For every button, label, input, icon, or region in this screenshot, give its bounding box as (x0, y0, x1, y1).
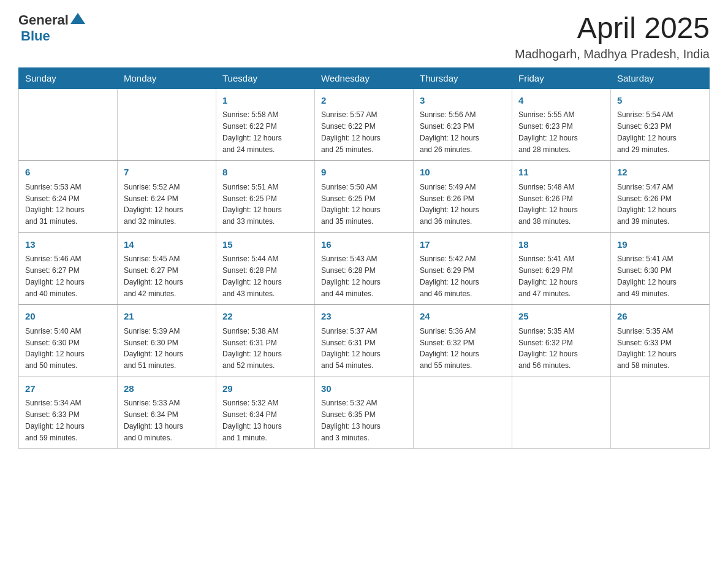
logo: General Blue (18, 12, 85, 44)
col-header-saturday: Saturday (611, 67, 710, 88)
day-info: Sunrise: 5:44 AM Sunset: 6:28 PM Dayligh… (222, 255, 282, 297)
week-row-2: 6Sunrise: 5:53 AM Sunset: 6:24 PM Daylig… (19, 161, 710, 233)
month-title: April 2025 (515, 12, 710, 45)
location-title: Madhogarh, Madhya Pradesh, India (515, 47, 710, 61)
day-info: Sunrise: 5:51 AM Sunset: 6:25 PM Dayligh… (222, 183, 282, 226)
day-number: 5 (617, 94, 703, 108)
col-header-tuesday: Tuesday (216, 67, 315, 88)
day-cell: 16Sunrise: 5:43 AM Sunset: 6:28 PM Dayli… (315, 232, 414, 305)
day-info: Sunrise: 5:45 AM Sunset: 6:27 PM Dayligh… (124, 255, 183, 297)
day-cell: 21Sunrise: 5:39 AM Sunset: 6:30 PM Dayli… (118, 305, 216, 377)
col-header-wednesday: Wednesday (315, 67, 414, 88)
day-cell: 20Sunrise: 5:40 AM Sunset: 6:30 PM Dayli… (19, 305, 118, 377)
col-header-thursday: Thursday (414, 67, 512, 88)
day-cell: 11Sunrise: 5:48 AM Sunset: 6:26 PM Dayli… (512, 161, 611, 233)
day-info: Sunrise: 5:48 AM Sunset: 6:26 PM Dayligh… (518, 183, 578, 226)
day-number: 8 (222, 166, 308, 180)
day-number: 16 (321, 238, 407, 252)
day-number: 10 (420, 166, 506, 180)
day-cell: 13Sunrise: 5:46 AM Sunset: 6:27 PM Dayli… (19, 232, 118, 305)
day-cell (512, 377, 611, 449)
logo-triangle-icon (70, 13, 85, 24)
day-info: Sunrise: 5:38 AM Sunset: 6:31 PM Dayligh… (222, 327, 282, 370)
day-cell: 29Sunrise: 5:32 AM Sunset: 6:34 PM Dayli… (216, 377, 315, 449)
day-number: 22 (222, 310, 308, 324)
day-info: Sunrise: 5:33 AM Sunset: 6:34 PM Dayligh… (124, 399, 183, 442)
day-info: Sunrise: 5:41 AM Sunset: 6:29 PM Dayligh… (518, 255, 578, 297)
day-cell: 25Sunrise: 5:35 AM Sunset: 6:32 PM Dayli… (512, 305, 611, 377)
day-info: Sunrise: 5:42 AM Sunset: 6:29 PM Dayligh… (420, 255, 479, 297)
day-info: Sunrise: 5:37 AM Sunset: 6:31 PM Dayligh… (321, 327, 381, 370)
day-number: 19 (617, 238, 703, 252)
day-number: 14 (124, 238, 210, 252)
day-cell: 1Sunrise: 5:58 AM Sunset: 6:22 PM Daylig… (216, 88, 315, 161)
day-info: Sunrise: 5:54 AM Sunset: 6:23 PM Dayligh… (617, 110, 677, 153)
day-number: 6 (25, 166, 111, 180)
day-number: 9 (321, 166, 407, 180)
day-cell: 5Sunrise: 5:54 AM Sunset: 6:23 PM Daylig… (611, 88, 710, 161)
day-number: 7 (124, 166, 210, 180)
day-cell: 18Sunrise: 5:41 AM Sunset: 6:29 PM Dayli… (512, 232, 611, 305)
week-row-3: 13Sunrise: 5:46 AM Sunset: 6:27 PM Dayli… (19, 232, 710, 305)
day-cell: 26Sunrise: 5:35 AM Sunset: 6:33 PM Dayli… (611, 305, 710, 377)
day-number: 26 (617, 310, 703, 324)
week-row-5: 27Sunrise: 5:34 AM Sunset: 6:33 PM Dayli… (19, 377, 710, 449)
header: General Blue April 2025 Madhogarh, Madhy… (18, 12, 710, 61)
day-number: 20 (25, 310, 111, 324)
day-number: 30 (321, 382, 407, 396)
day-info: Sunrise: 5:55 AM Sunset: 6:23 PM Dayligh… (518, 110, 578, 153)
day-info: Sunrise: 5:35 AM Sunset: 6:32 PM Dayligh… (518, 327, 578, 370)
col-header-monday: Monday (118, 67, 216, 88)
calendar-table: SundayMondayTuesdayWednesdayThursdayFrid… (18, 67, 710, 450)
day-info: Sunrise: 5:47 AM Sunset: 6:26 PM Dayligh… (617, 183, 677, 226)
day-number: 4 (518, 94, 604, 108)
day-cell (414, 377, 512, 449)
day-info: Sunrise: 5:56 AM Sunset: 6:23 PM Dayligh… (420, 110, 479, 153)
day-info: Sunrise: 5:39 AM Sunset: 6:30 PM Dayligh… (124, 327, 183, 370)
day-cell: 2Sunrise: 5:57 AM Sunset: 6:22 PM Daylig… (315, 88, 414, 161)
day-info: Sunrise: 5:57 AM Sunset: 6:22 PM Dayligh… (321, 110, 381, 153)
day-cell: 3Sunrise: 5:56 AM Sunset: 6:23 PM Daylig… (414, 88, 512, 161)
day-cell: 24Sunrise: 5:36 AM Sunset: 6:32 PM Dayli… (414, 305, 512, 377)
day-cell: 9Sunrise: 5:50 AM Sunset: 6:25 PM Daylig… (315, 161, 414, 233)
day-cell: 15Sunrise: 5:44 AM Sunset: 6:28 PM Dayli… (216, 232, 315, 305)
day-cell: 7Sunrise: 5:52 AM Sunset: 6:24 PM Daylig… (118, 161, 216, 233)
logo-general-text: General (18, 12, 69, 28)
day-number: 29 (222, 382, 308, 396)
logo-blue-text: Blue (21, 28, 50, 44)
day-info: Sunrise: 5:36 AM Sunset: 6:32 PM Dayligh… (420, 327, 479, 370)
day-info: Sunrise: 5:52 AM Sunset: 6:24 PM Dayligh… (124, 183, 183, 226)
day-number: 25 (518, 310, 604, 324)
day-info: Sunrise: 5:32 AM Sunset: 6:35 PM Dayligh… (321, 399, 381, 442)
day-number: 2 (321, 94, 407, 108)
day-info: Sunrise: 5:34 AM Sunset: 6:33 PM Dayligh… (25, 399, 85, 442)
day-cell: 19Sunrise: 5:41 AM Sunset: 6:30 PM Dayli… (611, 232, 710, 305)
day-number: 13 (25, 238, 111, 252)
day-cell: 4Sunrise: 5:55 AM Sunset: 6:23 PM Daylig… (512, 88, 611, 161)
day-cell (118, 88, 216, 161)
day-cell: 28Sunrise: 5:33 AM Sunset: 6:34 PM Dayli… (118, 377, 216, 449)
day-number: 17 (420, 238, 506, 252)
day-cell: 12Sunrise: 5:47 AM Sunset: 6:26 PM Dayli… (611, 161, 710, 233)
day-number: 12 (617, 166, 703, 180)
day-number: 23 (321, 310, 407, 324)
week-row-1: 1Sunrise: 5:58 AM Sunset: 6:22 PM Daylig… (19, 88, 710, 161)
day-number: 1 (222, 94, 308, 108)
col-header-sunday: Sunday (19, 67, 118, 88)
day-number: 28 (124, 382, 210, 396)
day-number: 11 (518, 166, 604, 180)
day-cell: 22Sunrise: 5:38 AM Sunset: 6:31 PM Dayli… (216, 305, 315, 377)
day-number: 18 (518, 238, 604, 252)
day-number: 27 (25, 382, 111, 396)
day-cell: 10Sunrise: 5:49 AM Sunset: 6:26 PM Dayli… (414, 161, 512, 233)
col-header-friday: Friday (512, 67, 611, 88)
day-info: Sunrise: 5:43 AM Sunset: 6:28 PM Dayligh… (321, 255, 381, 297)
day-cell: 8Sunrise: 5:51 AM Sunset: 6:25 PM Daylig… (216, 161, 315, 233)
day-cell (611, 377, 710, 449)
day-info: Sunrise: 5:53 AM Sunset: 6:24 PM Dayligh… (25, 183, 85, 226)
day-cell: 27Sunrise: 5:34 AM Sunset: 6:33 PM Dayli… (19, 377, 118, 449)
calendar-header-row: SundayMondayTuesdayWednesdayThursdayFrid… (19, 67, 710, 88)
day-cell: 14Sunrise: 5:45 AM Sunset: 6:27 PM Dayli… (118, 232, 216, 305)
day-cell: 6Sunrise: 5:53 AM Sunset: 6:24 PM Daylig… (19, 161, 118, 233)
day-number: 21 (124, 310, 210, 324)
